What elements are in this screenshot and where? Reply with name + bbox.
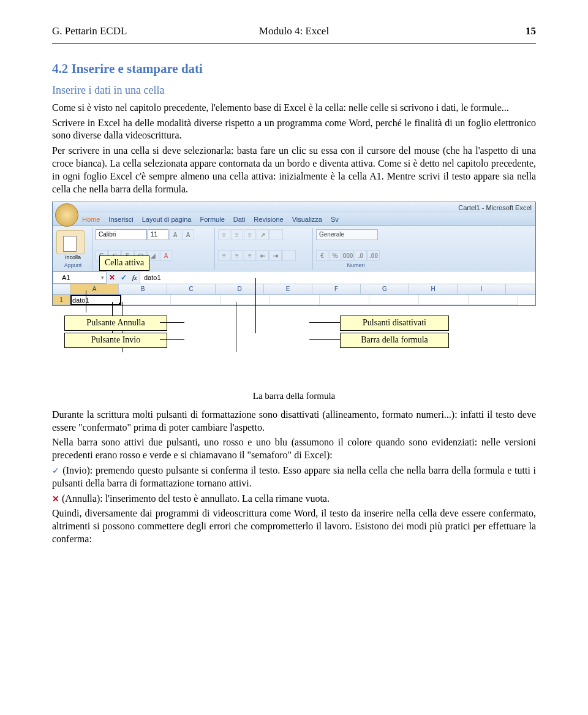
column-header-h[interactable]: H (409, 284, 458, 294)
paragraph-7: ✕ (Annulla): l'inserimento del testo è a… (52, 493, 536, 505)
column-header-g[interactable]: G (361, 284, 409, 294)
callout-barra-formula: Barra della formula (340, 333, 449, 347)
cell-f1[interactable] (320, 295, 369, 305)
callout-hline-3 (309, 322, 340, 323)
align-left-icon[interactable]: ≡ (218, 250, 230, 261)
paragraph-1: Come si è visto nel capitolo precedente,… (52, 102, 536, 115)
tab-formule[interactable]: Formule (200, 215, 224, 224)
tab-layout[interactable]: Layout di pagina (142, 215, 192, 224)
cell-h1[interactable] (419, 295, 469, 305)
column-header-b[interactable]: B (119, 284, 167, 294)
indent-dec-icon[interactable]: ⇤ (257, 250, 269, 261)
tab-inserisci[interactable]: Inserisci (108, 215, 133, 224)
callout-hline-1 (160, 322, 184, 323)
column-header-e[interactable]: E (264, 284, 312, 294)
column-header-c[interactable]: C (167, 284, 216, 294)
ribbon-tabs: Home Inserisci Layout di pagina Formule … (53, 213, 535, 226)
enter-button-check-icon[interactable]: ✓ (121, 273, 127, 283)
indent-inc-icon[interactable]: ⇥ (270, 250, 282, 261)
callout-cella-attiva: Cella attiva (99, 255, 149, 270)
ribbon-label-clipboard: Appunt (54, 262, 92, 270)
cell-a1[interactable]: dato1 (70, 295, 121, 305)
cell-c1[interactable] (171, 295, 221, 305)
column-header-a[interactable]: A (70, 284, 119, 294)
font-color-button[interactable]: A (160, 250, 172, 261)
excel-screenshot: Cartel1 - Microsoft Excel Home Inserisci… (52, 202, 536, 306)
fx-button-icon[interactable]: fx (132, 273, 137, 282)
column-header-d[interactable]: D (216, 284, 264, 294)
column-header-f[interactable]: F (312, 284, 361, 294)
column-headers: A B C D E F G H I (53, 284, 535, 295)
paragraph-8: Quindi, diversamente dai programmi di vi… (52, 507, 536, 545)
ribbon: Incolla Appunt Calibri 11 A A G C S ▢ ◢ … (53, 226, 535, 271)
header-left: G. Pettarin ECDL (52, 25, 213, 38)
cell-e1[interactable] (270, 295, 320, 305)
check-icon: ✓ (52, 466, 60, 475)
tab-dati[interactable]: Dati (233, 215, 246, 224)
tab-revisione[interactable]: Revisione (254, 215, 283, 224)
callout-hline-4 (309, 339, 340, 340)
ribbon-group-clipboard: Incolla Appunt (54, 228, 92, 270)
currency-icon[interactable]: € (316, 250, 328, 261)
percent-icon[interactable]: % (329, 250, 341, 261)
cell-i1[interactable] (469, 295, 518, 305)
column-header-i[interactable]: I (458, 284, 506, 294)
formula-bar-input[interactable]: dato1 (140, 271, 535, 284)
paragraph-3: Per scrivere in una cella si deve selezi… (52, 145, 536, 195)
paragraph-5: Nella barra sono attivi due pulsanti, un… (52, 436, 536, 462)
callout-pulsanti-disattivati: Pulsanti disattivati (340, 316, 449, 330)
paragraph-2: Scrivere in Excel ha delle modalità dive… (52, 117, 536, 143)
tab-visualizza[interactable]: Visualizza (292, 215, 322, 224)
header-page-number: 15 (375, 25, 536, 38)
cell-b1[interactable] (121, 295, 171, 305)
ribbon-label-number: Numeri (314, 262, 398, 270)
number-format-select[interactable]: Generale (316, 229, 378, 240)
select-all-corner[interactable] (53, 284, 70, 294)
cell-g1[interactable] (369, 295, 419, 305)
formula-bar: A1 ✕ ✓ fx dato1 (53, 271, 535, 284)
paragraph-6: ✓ (Invio): premendo questo pulsante si c… (52, 464, 536, 490)
tab-home[interactable]: Home (82, 215, 100, 224)
decrease-font-icon[interactable]: A (182, 229, 194, 240)
increase-font-icon[interactable]: A (169, 229, 181, 240)
subsection-title: Inserire i dati in una cella (52, 83, 536, 97)
ribbon-group-alignment: ≡ ≡ ≡ ↗ ≡ ≡ ≡ ⇤ ⇥ (216, 228, 313, 270)
align-right-icon[interactable]: ≡ (244, 250, 256, 261)
increase-decimal-icon[interactable]: .0 (355, 250, 367, 261)
thousands-icon[interactable]: 000 (342, 250, 354, 261)
callout-line-cella (86, 290, 86, 312)
callouts-below: Pulsante Annulla Pulsante Invio Pulsanti… (52, 311, 536, 347)
paragraph-4: Durante la scrittura molti pulsanti di f… (52, 409, 536, 434)
tab-extra[interactable]: Sv (331, 215, 339, 224)
name-box[interactable]: A1 (53, 271, 107, 284)
font-name-select[interactable]: Calibri (96, 229, 147, 240)
paste-label: Incolla (56, 254, 89, 262)
align-bottom-icon[interactable]: ≡ (244, 229, 256, 240)
callout-hline-2 (160, 339, 184, 340)
row-header-1[interactable]: 1 (53, 295, 70, 305)
orientation-icon[interactable]: ↗ (257, 229, 269, 240)
align-middle-icon[interactable]: ≡ (231, 229, 243, 240)
paragraph-7-text: (Annulla): l'inserimento del testo è ann… (59, 493, 330, 504)
ribbon-group-number: Generale € % 000 .0 .00 Numeri (314, 228, 398, 270)
align-center-icon[interactable]: ≡ (231, 250, 243, 261)
page-header: G. Pettarin ECDL Modulo 4: Excel 15 (52, 25, 536, 38)
wrap-text-icon[interactable] (270, 229, 283, 240)
align-top-icon[interactable]: ≡ (218, 229, 230, 240)
cancel-button-x-icon[interactable]: ✕ (109, 273, 115, 283)
callout-pulsante-invio: Pulsante Invio (64, 333, 167, 347)
grid-row-1: 1 dato1 (53, 295, 535, 305)
window-title: Cartel1 - Microsoft Excel (458, 203, 532, 212)
header-rule (52, 43, 536, 44)
section-title: 4.2 Inserire e stampare dati (52, 61, 536, 77)
figure-caption: La barra della formula (52, 390, 536, 403)
font-size-select[interactable]: 11 (148, 229, 168, 240)
callout-pulsante-annulla: Pulsante Annulla (64, 316, 167, 330)
decrease-decimal-icon[interactable]: .00 (368, 250, 380, 261)
paste-button[interactable] (56, 230, 85, 254)
title-bar: Cartel1 - Microsoft Excel (53, 202, 535, 213)
cell-d1[interactable] (221, 295, 270, 305)
x-icon: ✕ (52, 494, 59, 504)
merge-cells-icon[interactable] (282, 250, 296, 261)
formula-bar-buttons: ✕ ✓ fx (107, 271, 140, 284)
